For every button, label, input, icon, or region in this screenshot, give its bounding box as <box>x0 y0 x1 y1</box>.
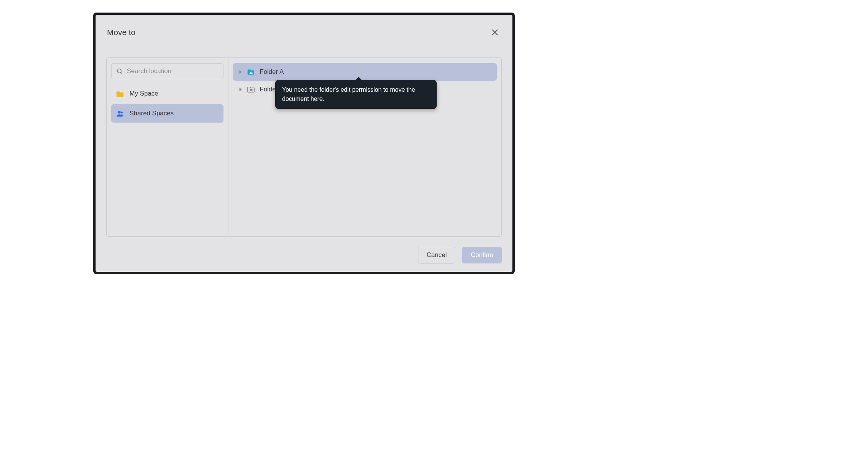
confirm-button[interactable]: Confirm <box>462 247 502 263</box>
location-sidebar: My Space Shared Spaces <box>107 58 228 236</box>
search-input[interactable] <box>127 67 219 75</box>
svg-point-5 <box>121 112 123 113</box>
dialog-outer: Move to <box>93 13 515 274</box>
sidebar-item-my-space[interactable]: My Space <box>111 85 223 103</box>
permission-tooltip: You need the folder's edit permission to… <box>275 80 437 109</box>
svg-point-2 <box>117 69 121 73</box>
svg-point-8 <box>250 89 251 90</box>
dialog-title: Move to <box>107 28 136 37</box>
sidebar-item-label: My Space <box>129 90 158 97</box>
sidebar-item-shared-spaces[interactable]: Shared Spaces <box>111 104 223 123</box>
svg-point-7 <box>251 72 252 73</box>
cancel-button[interactable]: Cancel <box>418 247 456 263</box>
dialog-footer: Cancel Confirm <box>96 237 512 272</box>
sidebar-item-label: Shared Spaces <box>129 110 174 117</box>
tooltip-text: You need the folder's edit permission to… <box>282 86 415 102</box>
dialog-header: Move to <box>96 15 512 42</box>
move-to-dialog: Move to <box>96 15 512 272</box>
expand-arrow-icon <box>238 70 243 74</box>
svg-point-6 <box>250 72 251 73</box>
people-icon <box>116 110 124 117</box>
folder-row-a[interactable]: Folder A <box>233 63 497 81</box>
svg-point-9 <box>251 89 252 90</box>
dialog-body: My Space Shared Spaces <box>106 57 502 237</box>
search-field-wrap[interactable] <box>111 63 223 79</box>
folder-icon <box>116 90 124 97</box>
svg-point-4 <box>118 111 121 113</box>
shared-folder-outline-icon <box>247 86 255 93</box>
close-icon <box>491 28 499 37</box>
folder-label: Folder A <box>260 68 284 76</box>
close-button[interactable] <box>489 26 501 38</box>
folder-list-panel: Folder A Fold <box>228 58 501 236</box>
svg-line-3 <box>121 72 122 74</box>
expand-arrow-icon <box>238 87 243 92</box>
shared-folder-icon <box>247 69 255 75</box>
search-icon <box>116 68 123 75</box>
